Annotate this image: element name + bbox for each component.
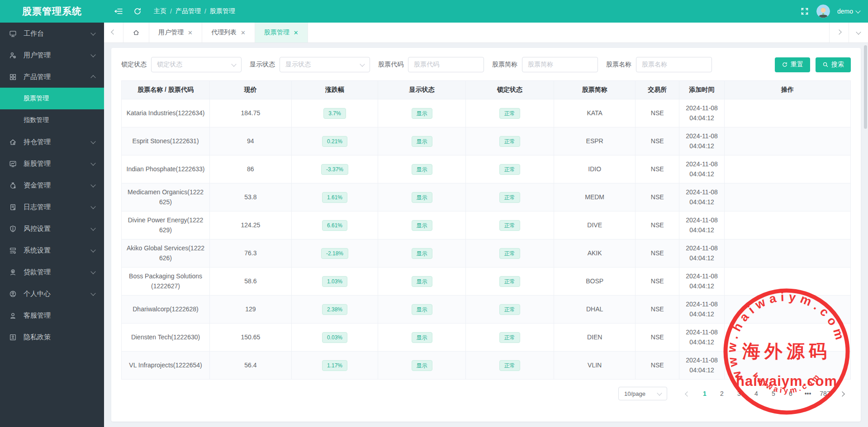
change-badge: 2.38% <box>322 304 347 315</box>
actions-cell <box>725 183 851 211</box>
display-status-cell: 显示 <box>378 267 465 296</box>
display-status-cell: 显示 <box>378 296 465 324</box>
refresh-icon[interactable] <box>133 7 142 16</box>
log-book-icon <box>9 203 17 211</box>
tab-2[interactable]: 股票管理✕ <box>255 23 308 42</box>
breadcrumb-level1[interactable]: 产品管理 <box>175 7 201 15</box>
chevron-down-icon <box>855 8 860 13</box>
search-icon <box>822 61 829 68</box>
sidebar-item-0[interactable]: 工作台 <box>0 23 104 44</box>
pager-page-3[interactable]: 3 <box>730 390 748 397</box>
sidebar-item-2[interactable]: 产品管理 <box>0 66 104 88</box>
sidebar-item-label: 贷款管理 <box>24 268 51 277</box>
change-badge: 1.17% <box>322 360 347 371</box>
column-header-1: 现价 <box>210 81 292 99</box>
pager-ellipsis[interactable]: ••• <box>799 390 816 397</box>
sidebar-item-6[interactable]: 新股管理 <box>0 153 104 174</box>
display-status-cell: 显示 <box>378 239 465 267</box>
filter-bar: 锁定状态锁定状态显示状态显示状态股票代码股票代码股票简称股票简称股票名称股票名称… <box>121 57 851 72</box>
table-row-4: Divine Power Energy(1222629)124.256.61%显… <box>122 211 851 239</box>
tab-home[interactable] <box>123 23 149 42</box>
display-status-badge: 显示 <box>412 220 432 231</box>
short-name-cell: DIVE <box>554 211 636 239</box>
lock-status-badge: 正常 <box>499 276 520 287</box>
price-cell: 150.65 <box>210 324 292 352</box>
search-button[interactable]: 搜索 <box>816 57 851 72</box>
page-size-select[interactable]: 10/page <box>618 387 667 400</box>
tabs-menu-dropdown[interactable] <box>849 23 868 42</box>
table-row-6: Boss Packaging Solutions (1222627)58.61.… <box>122 267 851 296</box>
pager-next[interactable] <box>834 390 851 397</box>
sidebar-item-1[interactable]: 用户管理 <box>0 44 104 66</box>
filter-input-2[interactable]: 股票代码 <box>408 57 484 72</box>
sidebar-item-5[interactable]: 持仓管理 <box>0 131 104 153</box>
sidebar-item-8[interactable]: 日志管理 <box>0 196 104 218</box>
fullscreen-icon[interactable] <box>800 7 809 16</box>
sidebar-item-label: 资金管理 <box>24 181 51 190</box>
lock-status-badge: 正常 <box>499 220 520 231</box>
lock-status-badge: 正常 <box>499 332 520 343</box>
pager-prev[interactable] <box>679 390 696 397</box>
filter-select-0[interactable]: 锁定状态 <box>151 57 242 72</box>
sidebar-item-9[interactable]: 风控设置 <box>0 218 104 239</box>
sidebar-item-4[interactable]: 指数管理 <box>0 109 104 131</box>
sidebar-item-12[interactable]: 个人中心 <box>0 283 104 305</box>
reset-button[interactable]: 重置 <box>775 57 810 72</box>
price-cell: 94 <box>210 127 292 155</box>
filter-input-4[interactable]: 股票名称 <box>636 57 712 72</box>
change-cell: 3.7% <box>291 99 378 127</box>
user-menu[interactable]: demo <box>837 8 860 15</box>
column-header-4: 锁定状态 <box>465 81 554 99</box>
pager-page-4[interactable]: 4 <box>748 390 765 397</box>
filter-select-1[interactable]: 显示状态 <box>280 57 370 72</box>
vertical-scrollbar-thumb[interactable] <box>864 45 867 129</box>
sidebar-item-11[interactable]: 贷款管理 <box>0 261 104 283</box>
tabs-scroll-left[interactable] <box>104 23 123 42</box>
pager-page-6[interactable]: 6 <box>782 390 799 397</box>
chevron-down-icon <box>90 182 95 187</box>
price-cell: 184.75 <box>210 99 292 127</box>
exchange-cell: NSE <box>636 352 679 380</box>
price-cell: 86 <box>210 155 292 183</box>
exchange-cell: NSE <box>636 211 679 239</box>
pager-page-1[interactable]: 1 <box>696 390 713 397</box>
main-content: 锁定状态锁定状态显示状态显示状态股票代码股票代码股票简称股票简称股票名称股票名称… <box>104 42 868 427</box>
tabs-scroll-right[interactable] <box>829 23 849 42</box>
sidebar-item-3[interactable]: 股票管理 <box>0 88 104 109</box>
breadcrumb-home[interactable]: 主页 <box>154 7 166 15</box>
pager-page-787[interactable]: 787 <box>816 390 834 397</box>
display-status-badge: 显示 <box>412 248 432 259</box>
close-icon[interactable]: ✕ <box>294 29 299 36</box>
close-icon[interactable]: ✕ <box>188 29 193 36</box>
reset-refresh-icon <box>782 61 788 68</box>
short-name-cell: DHAL <box>554 296 636 324</box>
display-status-badge: 显示 <box>412 304 432 315</box>
filter-input-3[interactable]: 股票简称 <box>522 57 598 72</box>
column-header-5: 股票简称 <box>554 81 636 99</box>
price-cell: 56.4 <box>210 352 292 380</box>
price-cell: 53.8 <box>210 183 292 211</box>
tab-label: 代理列表 <box>211 28 237 37</box>
change-badge: -2.18% <box>321 248 348 259</box>
change-cell: -3.37% <box>291 155 378 183</box>
sidebar-item-10[interactable]: 系统设置 <box>0 239 104 261</box>
stock-name-cell: Boss Packaging Solutions (1222627) <box>122 267 210 296</box>
sidebar-item-13[interactable]: 客服管理 <box>0 305 104 326</box>
close-icon[interactable]: ✕ <box>241 29 246 36</box>
column-header-7: 添加时间 <box>679 81 725 99</box>
column-header-3: 显示状态 <box>378 81 465 99</box>
change-cell: 1.61% <box>291 183 378 211</box>
sidebar-item-14[interactable]: 隐私政策 <box>0 326 104 348</box>
pager-page-5[interactable]: 5 <box>765 390 782 397</box>
sidebar-item-label: 用户管理 <box>24 51 51 60</box>
collapse-menu-icon[interactable] <box>114 7 123 16</box>
chart-monitor-icon <box>9 160 17 168</box>
sidebar-item-label: 系统设置 <box>24 246 51 255</box>
display-status-cell: 显示 <box>378 211 465 239</box>
column-header-8: 操作 <box>725 81 851 99</box>
pager-page-2[interactable]: 2 <box>713 390 730 397</box>
sidebar-item-7[interactable]: 资金管理 <box>0 174 104 196</box>
tab-1[interactable]: 代理列表✕ <box>202 23 255 42</box>
breadcrumb-level2[interactable]: 股票管理 <box>210 7 235 15</box>
tab-0[interactable]: 用户管理✕ <box>149 23 202 42</box>
